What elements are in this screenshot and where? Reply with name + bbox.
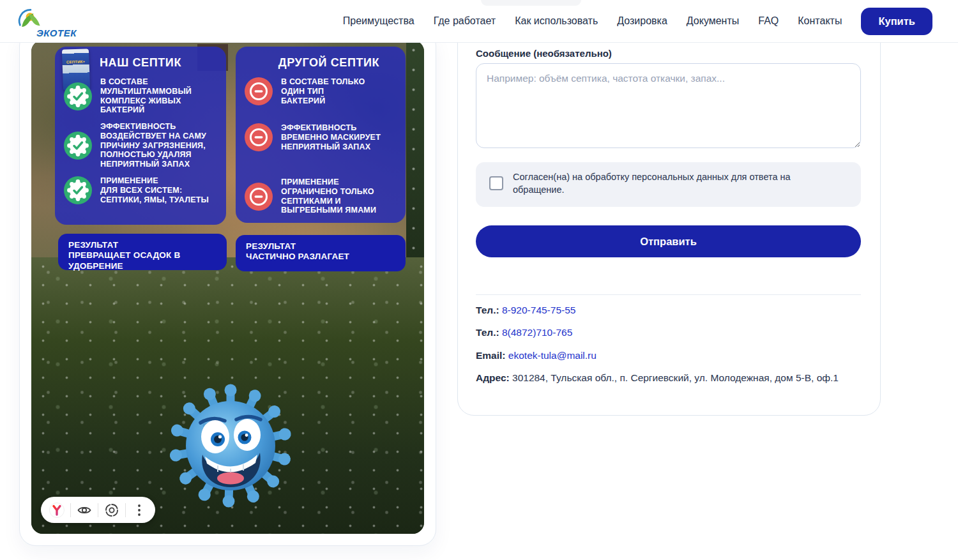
phone-link[interactable]: 8(4872)710-765 xyxy=(502,327,572,338)
screenshot-icon[interactable] xyxy=(103,502,120,518)
message-label: Сообщение (необязательно) xyxy=(476,48,612,59)
email-row: Email: ekotek-tula@mail.ru xyxy=(476,349,863,363)
nav-faq[interactable]: FAQ xyxy=(758,15,779,26)
check-badge-icon xyxy=(64,82,92,110)
buy-button[interactable]: Купить xyxy=(861,8,932,35)
other-septic-result: РЕЗУЛЬТАТ ЧАСТИЧНО РАЗЛАГАЕТ xyxy=(236,235,406,271)
brand-logo[interactable]: ЭКОТЕК xyxy=(16,6,77,36)
bacteria-mascot xyxy=(167,381,294,515)
other-septic-item: ПРИМЕНЕНИЕ ОГРАНИЧЕНО ТОЛЬКО СЕПТИКАМИ И… xyxy=(245,178,402,215)
nav-dosage[interactable]: Дозировка xyxy=(617,15,667,26)
divider xyxy=(476,294,861,295)
consent-label: Согласен(на) на обработку персональных д… xyxy=(513,170,819,196)
toolbar-divider xyxy=(98,503,98,517)
check-badge-icon xyxy=(64,132,92,160)
toolbar-divider xyxy=(125,503,126,517)
phone-link[interactable]: 8-920-745-75-55 xyxy=(502,305,575,315)
address-text: 301284, Тульская обл., п. Сергиевский, у… xyxy=(512,372,839,383)
other-septic-panel: ДРУГОЙ СЕПТИК В СОСТАВЕ ТОЛЬКО ОДИН ТИП … xyxy=(236,47,406,223)
other-septic-item: В СОСТАВЕ ТОЛЬКО ОДИН ТИП БАКТЕРИЙ xyxy=(245,77,402,105)
our-septic-result: РЕЗУЛЬТАТ ПРЕВРАЩАЕТ ОСАДОК В УДОБРЕНИЕ xyxy=(58,234,227,270)
comparison-image: СЕПТИК+ НАШ СЕПТИК В СОСТАВЕ МУЛЬТИШТАММ… xyxy=(31,40,424,534)
check-badge-icon xyxy=(64,176,92,204)
other-septic-item: ЭФФЕКТИВНОСТЬ ВРЕМЕННО МАСКИРУЕТ НЕПРИЯТ… xyxy=(245,123,402,151)
brand-wordmark: ЭКОТЕК xyxy=(36,27,77,38)
package-label: СЕПТИК+ xyxy=(62,59,89,64)
email-link[interactable]: ekotek-tula@mail.ru xyxy=(508,350,597,361)
nav-where-works[interactable]: Где работает xyxy=(434,15,496,26)
nav-advantages[interactable]: Преимущества xyxy=(343,15,414,26)
phone-row: Тел.: 8-920-745-75-55 xyxy=(476,303,863,317)
our-septic-item: В СОСТАВЕ МУЛЬТИШТАММОВЫЙ КОМПЛЕКС ЖИВЫХ… xyxy=(64,77,222,115)
contact-form-card: Сообщение (необязательно) Согласен(на) н… xyxy=(457,0,881,416)
minus-badge-icon xyxy=(245,77,273,105)
minus-badge-icon xyxy=(245,183,273,211)
phone-row: Тел.: 8(4872)710-765 xyxy=(476,326,863,340)
other-septic-title: ДРУГОЙ СЕПТИК xyxy=(236,47,406,70)
nav-documents[interactable]: Документы xyxy=(687,15,739,26)
nav-how-to-use[interactable]: Как использовать xyxy=(515,15,598,26)
nav-contacts[interactable]: Контакты xyxy=(798,15,842,26)
message-textarea[interactable] xyxy=(476,63,861,148)
submit-button[interactable]: Отправить xyxy=(476,225,861,257)
browser-image-toolbar xyxy=(41,497,155,523)
toolbar-divider xyxy=(70,503,71,517)
kebab-menu-icon[interactable] xyxy=(131,502,148,518)
address-row: Адрес: 301284, Тульская обл., п. Сергиев… xyxy=(476,371,863,385)
contacts-block: Тел.: 8-920-745-75-55 Тел.: 8(4872)710-7… xyxy=(476,303,863,386)
minus-badge-icon xyxy=(245,123,273,151)
consent-checkbox[interactable] xyxy=(489,176,503,190)
form-field-peek xyxy=(481,0,581,6)
our-septic-panel: СЕПТИК+ НАШ СЕПТИК В СОСТАВЕ МУЛЬТИШТАММ… xyxy=(55,47,226,225)
foliage-background xyxy=(406,40,424,257)
eye-icon[interactable] xyxy=(76,502,93,518)
our-septic-item: ПРИМЕНЕНИЕ ДЛЯ ВСЕХ СИСТЕМ: СЕПТИКИ, ЯМЫ… xyxy=(64,176,222,204)
our-septic-item: ЭФФЕКТИВНОСТЬ ВОЗДЕЙСТВУЕТ НА САМУ ПРИЧИ… xyxy=(64,122,222,169)
comparison-card: СЕПТИК+ НАШ СЕПТИК В СОСТАВЕ МУЛЬТИШТАММ… xyxy=(19,29,436,546)
site-header: ЭКОТЕК Преимущества Где работает Как исп… xyxy=(0,0,958,43)
yandex-icon[interactable] xyxy=(49,502,65,518)
consent-panel: Согласен(на) на обработку персональных д… xyxy=(476,162,861,207)
main-nav: Преимущества Где работает Как использова… xyxy=(343,15,842,27)
